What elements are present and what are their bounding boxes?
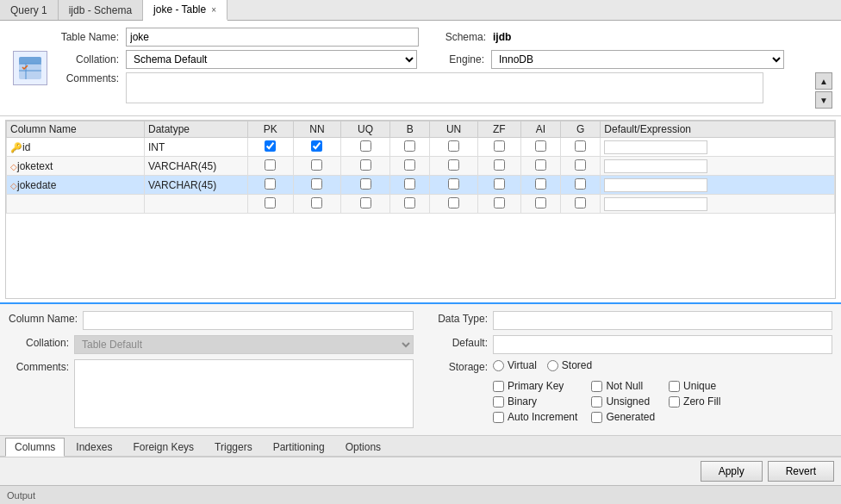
cell-un[interactable] [430, 176, 477, 195]
cell-pk[interactable] [248, 138, 294, 157]
pk-label[interactable]: Primary Key [493, 380, 577, 392]
cell-zf[interactable] [477, 176, 520, 195]
revert-button[interactable]: Revert [768, 461, 834, 482]
chk-pk[interactable] [265, 178, 276, 190]
bp-datatype-input[interactable] [493, 311, 832, 330]
cell-g[interactable] [560, 138, 600, 157]
chk-uq[interactable] [360, 159, 371, 171]
chk-un[interactable] [448, 178, 459, 190]
zerofill-checkbox[interactable] [669, 396, 680, 408]
ai-label[interactable]: Auto Increment [493, 411, 577, 423]
cell-g[interactable] [560, 176, 600, 195]
chk-ai[interactable] [535, 178, 546, 190]
chk-pk[interactable] [265, 140, 276, 152]
generated-checkbox[interactable] [591, 412, 602, 423]
unique-checkbox[interactable] [669, 381, 680, 392]
cell-default[interactable] [601, 195, 835, 214]
generated-label[interactable]: Generated [591, 411, 655, 423]
storage-stored-label[interactable]: Stored [547, 359, 592, 371]
chk-ai[interactable] [535, 197, 546, 208]
tab-query1[interactable]: Query 1 [0, 0, 59, 20]
tab-joke-table-close[interactable]: × [211, 5, 216, 15]
storage-virtual-radio[interactable] [493, 360, 504, 371]
table-row[interactable] [7, 195, 835, 214]
cell-default[interactable] [601, 157, 835, 176]
cell-uq[interactable] [341, 138, 390, 157]
chk-b[interactable] [404, 197, 415, 208]
table-name-input[interactable] [126, 28, 419, 47]
bp-comments-input[interactable] [74, 359, 414, 428]
cell-ai[interactable] [520, 195, 560, 214]
bp-column-name-input[interactable] [83, 311, 414, 330]
default-input[interactable] [604, 159, 707, 173]
chk-uq[interactable] [360, 140, 371, 152]
default-input[interactable] [604, 140, 707, 154]
chk-nn[interactable] [311, 197, 322, 208]
chk-g[interactable] [575, 197, 586, 208]
cell-nn[interactable] [293, 195, 340, 214]
tab-options[interactable]: Options [336, 438, 390, 456]
cell-zf[interactable] [477, 138, 520, 157]
cell-un[interactable] [430, 138, 477, 157]
tab-joke-table[interactable]: joke - Table × [143, 0, 227, 21]
chk-zf[interactable] [494, 178, 505, 190]
tab-columns[interactable]: Columns [5, 438, 65, 457]
table-row[interactable]: 🔑id INT [7, 138, 835, 157]
unique-label[interactable]: Unique [669, 380, 720, 392]
unsigned-checkbox[interactable] [591, 396, 602, 408]
chk-b[interactable] [404, 140, 415, 152]
chk-uq[interactable] [360, 178, 371, 190]
cell-pk[interactable] [248, 157, 294, 176]
cell-nn[interactable] [293, 138, 340, 157]
cell-b[interactable] [390, 157, 430, 176]
chk-g[interactable] [575, 140, 586, 152]
cell-b[interactable] [390, 176, 430, 195]
ai-checkbox[interactable] [493, 412, 504, 423]
cell-nn[interactable] [293, 157, 340, 176]
cell-zf[interactable] [477, 157, 520, 176]
tab-triggers[interactable]: Triggers [205, 438, 262, 456]
unsigned-label[interactable]: Unsigned [591, 395, 655, 408]
nn-checkbox[interactable] [591, 381, 602, 392]
cell-default[interactable] [601, 176, 835, 195]
collation-select[interactable]: Schema Default [126, 50, 417, 69]
cell-zf[interactable] [477, 195, 520, 214]
cell-g[interactable] [560, 195, 600, 214]
tab-ijdb-schema[interactable]: ijdb - Schema [59, 0, 143, 20]
scroll-down-btn[interactable]: ▼ [815, 91, 832, 109]
apply-button[interactable]: Apply [701, 461, 763, 482]
chk-zf[interactable] [494, 159, 505, 171]
cell-b[interactable] [390, 138, 430, 157]
cell-pk[interactable] [248, 176, 294, 195]
chk-nn[interactable] [311, 159, 322, 171]
chk-nn[interactable] [311, 178, 322, 190]
cell-uq[interactable] [341, 195, 390, 214]
tab-indexes[interactable]: Indexes [66, 438, 121, 456]
cell-default[interactable] [601, 138, 835, 157]
chk-b[interactable] [404, 178, 415, 190]
storage-virtual-label[interactable]: Virtual [493, 359, 537, 371]
chk-pk[interactable] [265, 197, 276, 208]
chk-g[interactable] [575, 159, 586, 171]
cell-pk[interactable] [248, 195, 294, 214]
chk-un[interactable] [448, 159, 459, 171]
chk-zf[interactable] [494, 197, 505, 208]
chk-ai[interactable] [535, 159, 546, 171]
cell-ai[interactable] [520, 138, 560, 157]
chk-b[interactable] [404, 159, 415, 171]
bp-collation-select[interactable]: Table Default [74, 335, 414, 354]
storage-stored-radio[interactable] [547, 360, 558, 371]
engine-select[interactable]: InnoDB [491, 50, 784, 69]
default-input[interactable] [604, 197, 707, 211]
cell-ai[interactable] [520, 176, 560, 195]
cell-nn[interactable] [293, 176, 340, 195]
chk-pk[interactable] [265, 159, 276, 171]
cell-un[interactable] [430, 195, 477, 214]
cell-ai[interactable] [520, 157, 560, 176]
chk-un[interactable] [448, 140, 459, 152]
table-row[interactable]: ◇joketext VARCHAR(45) [7, 157, 835, 176]
chk-uq[interactable] [360, 197, 371, 208]
chk-un[interactable] [448, 197, 459, 208]
table-row[interactable]: ◇jokedate VARCHAR(45) [7, 176, 835, 195]
default-input[interactable] [604, 178, 707, 192]
